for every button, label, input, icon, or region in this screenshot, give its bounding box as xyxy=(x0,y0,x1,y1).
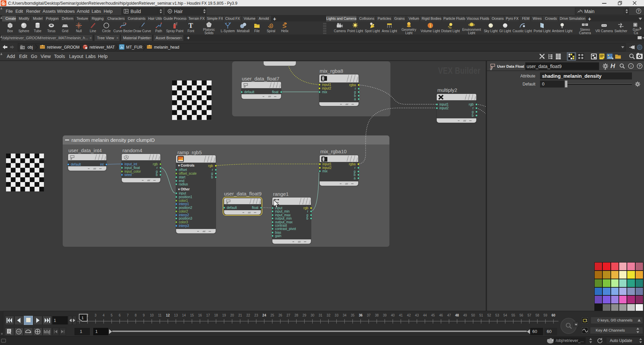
svg-text:33: 33 xyxy=(335,313,339,317)
svg-text:27: 27 xyxy=(286,313,290,317)
svg-text:56: 56 xyxy=(520,313,524,317)
svg-text:10: 10 xyxy=(150,313,154,317)
svg-text:5: 5 xyxy=(111,313,113,317)
svg-text:6: 6 xyxy=(119,313,121,317)
svg-text:58: 58 xyxy=(536,313,540,317)
svg-text:9: 9 xyxy=(143,313,145,317)
svg-text:8: 8 xyxy=(135,313,137,317)
svg-text:34: 34 xyxy=(343,313,347,317)
svg-text:51: 51 xyxy=(479,313,483,317)
svg-text:?: ? xyxy=(639,64,641,68)
svg-text:4: 4 xyxy=(103,313,105,317)
svg-text:44: 44 xyxy=(423,313,427,317)
svg-text:i: i xyxy=(630,64,631,68)
svg-text:+: + xyxy=(612,57,613,60)
svg-text:45: 45 xyxy=(431,313,435,317)
svg-text:60: 60 xyxy=(551,313,555,317)
svg-text:26: 26 xyxy=(278,313,282,317)
svg-text:22: 22 xyxy=(246,313,250,317)
svg-text:49: 49 xyxy=(463,313,467,317)
svg-text:40: 40 xyxy=(391,313,395,317)
svg-text:54: 54 xyxy=(503,313,507,317)
svg-text:38: 38 xyxy=(375,313,379,317)
svg-text:53: 53 xyxy=(495,313,499,317)
svg-text:39: 39 xyxy=(383,313,387,317)
svg-text:31: 31 xyxy=(319,313,323,317)
svg-text:46: 46 xyxy=(439,313,443,317)
svg-text:11: 11 xyxy=(158,313,162,317)
svg-text:43: 43 xyxy=(415,313,419,317)
svg-text:15: 15 xyxy=(190,313,194,317)
svg-text:18: 18 xyxy=(214,313,218,317)
svg-text:25: 25 xyxy=(270,313,274,317)
svg-text:48: 48 xyxy=(455,313,459,317)
svg-text:16: 16 xyxy=(198,313,202,317)
svg-text:19: 19 xyxy=(222,313,226,317)
svg-text:32: 32 xyxy=(327,313,331,317)
svg-text:29: 29 xyxy=(303,313,307,317)
svg-text:59: 59 xyxy=(544,313,548,317)
svg-text:57: 57 xyxy=(528,313,532,317)
svg-text:42: 42 xyxy=(407,313,411,317)
svg-text:55: 55 xyxy=(512,313,516,317)
svg-text:23: 23 xyxy=(254,313,258,317)
svg-text:50: 50 xyxy=(471,313,475,317)
svg-text:20: 20 xyxy=(230,313,234,317)
svg-text:14: 14 xyxy=(182,313,186,317)
svg-text:47: 47 xyxy=(447,313,451,317)
svg-text:24: 24 xyxy=(262,313,266,317)
svg-text:17: 17 xyxy=(206,313,210,317)
svg-text:?: ? xyxy=(638,9,640,13)
svg-text:3: 3 xyxy=(95,313,97,317)
svg-text:52: 52 xyxy=(487,313,491,317)
svg-text:1: 1 xyxy=(82,316,84,320)
svg-text:13: 13 xyxy=(174,313,178,317)
svg-text:30: 30 xyxy=(311,313,315,317)
svg-text:12: 12 xyxy=(166,313,170,317)
svg-text:7: 7 xyxy=(127,313,129,317)
svg-text:35: 35 xyxy=(351,313,355,317)
svg-text:41: 41 xyxy=(399,313,403,317)
svg-text:28: 28 xyxy=(294,313,299,317)
svg-text:36: 36 xyxy=(359,313,363,317)
svg-text:37: 37 xyxy=(367,313,371,317)
svg-text:21: 21 xyxy=(238,313,242,317)
